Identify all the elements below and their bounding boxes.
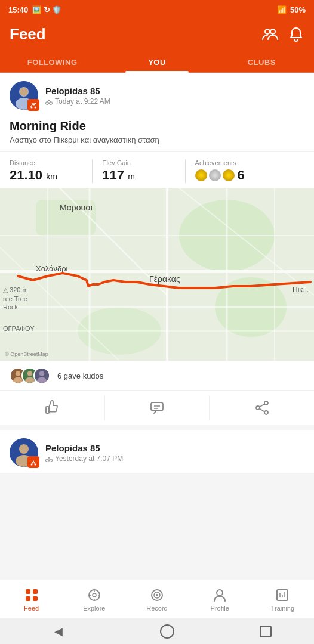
user-name: Pelopidas 85 [45, 86, 304, 96]
user-name-2: Pelopidas 85 [45, 443, 304, 453]
bottom-nav: Feed Explore Record Profile [0, 580, 314, 618]
wifi-icon: 📶 [277, 5, 287, 14]
nav-feed-label: Feed [24, 605, 39, 612]
activity-card-2: Pelopidas 85 Yesterday at 7:07 PM [0, 430, 314, 473]
svg-point-1 [270, 29, 275, 34]
svg-rect-62 [33, 589, 38, 594]
svg-point-50 [264, 411, 268, 414]
bike-icon [45, 98, 53, 105]
tab-following[interactable]: FOLLOWING [0, 51, 104, 72]
explore-icon [87, 587, 102, 603]
badge-gold-2 [223, 169, 235, 181]
activity-meta-2: Yesterday at 7:07 PM [45, 454, 304, 463]
svg-rect-61 [26, 589, 30, 594]
stat-elev-gain: Elev Gain 117 m [102, 159, 185, 183]
bike-icon-2 [45, 455, 53, 462]
android-home[interactable] [160, 624, 174, 639]
status-left: 15:40 🖼️ ↻ 🛡️ [8, 5, 61, 14]
svg-point-43 [39, 371, 45, 376]
kudos-avatar-3 [33, 367, 50, 384]
nav-training-label: Training [271, 605, 294, 612]
tab-you[interactable]: YOU [104, 51, 209, 72]
app-header: Feed [0, 19, 314, 51]
svg-text:△ 320 m: △ 320 m [3, 286, 28, 293]
svg-point-0 [265, 29, 270, 34]
svg-point-49 [264, 401, 268, 405]
badge-silver [209, 169, 221, 181]
card-header: Pelopidas 85 Today at 9:22 AM [0, 73, 314, 116]
activity-meta: Today at 9:22 AM [45, 97, 304, 106]
battery-icon: 50% [290, 5, 306, 14]
svg-point-66 [93, 593, 96, 597]
svg-text:Πικ...: Πικ... [293, 286, 309, 294]
svg-point-40 [27, 371, 33, 376]
distance-value: 21.10 km [10, 168, 82, 183]
activity-type-badge [27, 99, 39, 111]
svg-text:© OpenStreetMap: © OpenStreetMap [5, 351, 48, 357]
kudos-avatars [10, 367, 45, 384]
nav-explore[interactable]: Explore [63, 585, 125, 614]
comment-button[interactable] [105, 395, 210, 420]
badge-gold-1 [195, 169, 207, 181]
notification-icon[interactable] [288, 26, 304, 43]
svg-rect-46 [151, 402, 163, 411]
nav-record[interactable]: Record [125, 585, 188, 614]
achievements: Achievements 6 [195, 159, 304, 183]
friends-icon[interactable] [261, 26, 278, 43]
header-actions [261, 26, 304, 43]
nav-explore-label: Explore [83, 605, 105, 612]
svg-rect-63 [26, 596, 30, 601]
stat-distance: Distance 21.10 km [10, 159, 93, 183]
nav-record-label: Record [146, 605, 167, 612]
svg-point-74 [217, 590, 223, 596]
svg-rect-64 [33, 596, 38, 601]
svg-text:Γέρακας: Γέρακας [149, 274, 180, 284]
status-right: 📶 50% [277, 5, 306, 14]
card-2-header: Pelopidas 85 Yesterday at 7:07 PM [0, 430, 314, 473]
share-button[interactable] [210, 395, 314, 420]
activity-description: Λαστιχο στο Πικερμι και αναγκαστικη στασ… [10, 135, 304, 144]
svg-text:ΟΓΡΑΦΟΥ: ΟΓΡΑΦΟΥ [3, 325, 35, 332]
profile-icon [212, 587, 227, 603]
svg-text:Χολάνδρι: Χολάνδρι [36, 264, 68, 273]
android-recent[interactable] [260, 626, 272, 637]
android-nav: ◀ [0, 618, 314, 644]
card-title-section: Morning Ride Λαστιχο στο Πικερμι και ανα… [0, 116, 314, 147]
avatar-2-wrapper [10, 438, 38, 467]
elev-value: 117 m [102, 168, 175, 183]
svg-line-52 [260, 404, 264, 407]
android-back[interactable]: ◀ [42, 620, 75, 643]
nav-training[interactable]: Training [251, 585, 314, 614]
training-icon [275, 587, 290, 603]
record-icon [149, 587, 165, 603]
activity-title: Morning Ride [10, 119, 304, 133]
tab-bar: FOLLOWING YOU CLUBS [0, 51, 314, 73]
svg-point-7 [35, 107, 36, 109]
avatar-wrapper [10, 81, 38, 110]
user-info: Pelopidas 85 Today at 9:22 AM [45, 86, 304, 106]
svg-rect-45 [46, 407, 49, 413]
action-bar [0, 390, 314, 425]
user-info-2: Pelopidas 85 Yesterday at 7:07 PM [45, 443, 304, 463]
nav-profile-label: Profile [211, 605, 229, 612]
feed-icon [24, 587, 39, 603]
svg-text:ree Tree: ree Tree [3, 295, 27, 302]
svg-line-53 [260, 409, 264, 412]
status-bar: 15:40 🖼️ ↻ 🛡️ 📶 50% [0, 0, 314, 19]
status-icons: 🖼️ ↻ 🛡️ [32, 5, 61, 14]
svg-text:Rock: Rock [3, 304, 19, 311]
feed-content: Pelopidas 85 Today at 9:22 AM Morning Ri… [0, 73, 314, 525]
activity-map[interactable]: Μαρουσι Χολάνδρι Γέρακας △ 320 m ree Tre… [0, 188, 314, 361]
tab-clubs[interactable]: CLUBS [210, 51, 314, 72]
kudos-text: 6 gave kudos [57, 371, 103, 380]
kudos-section: 6 gave kudos [0, 361, 314, 390]
activity-card-1: Pelopidas 85 Today at 9:22 AM Morning Ri… [0, 73, 314, 425]
stats-section: Distance 21.10 km Elev Gain 117 m Achiev… [0, 151, 314, 188]
nav-profile[interactable]: Profile [189, 585, 251, 614]
activity-2-timestamp: Yesterday at 7:07 PM [55, 454, 123, 463]
kudos-button[interactable] [0, 395, 105, 420]
nav-feed[interactable]: Feed [0, 585, 63, 614]
activity-timestamp: Today at 9:22 AM [55, 97, 110, 106]
svg-point-5 [20, 88, 28, 96]
status-time: 15:40 [8, 5, 28, 14]
